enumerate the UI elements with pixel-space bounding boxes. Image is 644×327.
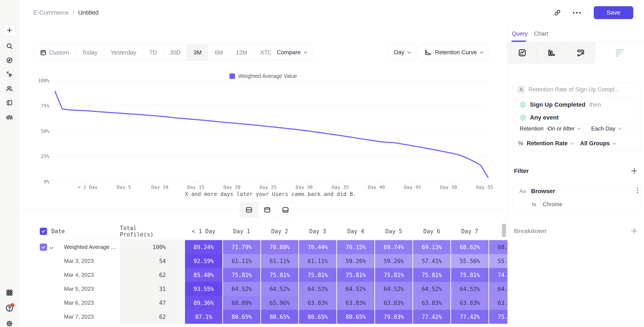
retention-cell[interactable]: 80.65% <box>223 310 260 324</box>
column-header-day-3[interactable]: Day 3 <box>299 223 336 239</box>
retention-cell[interactable]: 70.88% <box>261 240 298 254</box>
range-3m[interactable]: 3M <box>187 45 208 60</box>
tab-query[interactable]: Query <box>512 25 528 42</box>
retention-cell[interactable]: 63.83% <box>337 296 374 310</box>
retention-cell[interactable]: 59.26% <box>337 254 374 268</box>
retention-cell[interactable]: 80.65% <box>337 310 374 324</box>
add-breakdown-button[interactable] <box>631 228 637 234</box>
save-button[interactable]: Save <box>594 6 633 19</box>
retention-cell[interactable]: 68.09% <box>223 296 260 310</box>
tab-chart[interactable]: Chart <box>534 25 548 42</box>
retention-cell[interactable]: 68.62% <box>451 240 488 254</box>
retention-cell[interactable]: 64.52% <box>451 282 488 296</box>
retention-cell[interactable]: 63.83% <box>489 296 508 310</box>
row-label-cell[interactable]: Mar 3, 2023 <box>33 254 119 268</box>
chart-type-bar-tab[interactable] <box>537 42 566 63</box>
groups-dropdown[interactable]: All Groups <box>580 140 610 147</box>
retention-cell[interactable]: 61.11% <box>299 254 336 268</box>
period-dropdown[interactable]: Each Day <box>583 124 629 133</box>
retention-cell[interactable]: 71.79% <box>223 240 260 254</box>
retention-cell[interactable]: 64.52% <box>413 282 450 296</box>
retention-cell[interactable]: 55.56% <box>489 254 508 268</box>
retention-cell[interactable]: 85.48% <box>185 268 222 282</box>
retention-cell[interactable]: 61.11% <box>261 254 298 268</box>
retention-cell[interactable]: 68.11% <box>489 240 508 254</box>
retention-cell[interactable]: 92.59% <box>185 254 222 268</box>
metric-dropdown[interactable]: Retention Rate <box>527 140 568 147</box>
retention-cell[interactable]: 63.83% <box>451 296 488 310</box>
reports-nav-button[interactable] <box>5 98 14 107</box>
retention-cell[interactable]: 70.44% <box>299 240 336 254</box>
users-nav-button[interactable] <box>5 84 14 93</box>
column-header-day-4[interactable]: Day 4 <box>337 223 374 239</box>
table-scrollbar-thumb[interactable] <box>502 224 506 237</box>
apps-nav-button[interactable] <box>5 288 14 297</box>
event-row-1[interactable]: Sign Up Completed then <box>520 101 601 108</box>
retention-cell[interactable]: 80.65% <box>261 310 298 324</box>
retention-cell[interactable]: 77.42% <box>451 310 488 324</box>
retention-cell[interactable]: 61.11% <box>223 254 260 268</box>
retention-cell[interactable]: 75.81% <box>223 268 260 282</box>
range-custom[interactable]: Custom <box>34 45 76 60</box>
add-filter-button[interactable] <box>631 168 637 174</box>
expand-chevron-icon[interactable] <box>50 245 53 249</box>
cohorts-nav-button[interactable] <box>5 113 14 122</box>
more-options-button[interactable] <box>570 6 583 19</box>
retention-cell[interactable]: 75.81% <box>451 268 488 282</box>
help-button[interactable] <box>5 304 14 313</box>
chart-type-retention-tab[interactable] <box>595 42 644 63</box>
condition-dropdown[interactable]: On or After <box>547 124 581 133</box>
layout-table-only-button[interactable] <box>276 202 294 217</box>
retention-cell[interactable]: 79.03% <box>375 310 412 324</box>
retention-cell[interactable]: 64.52% <box>489 282 508 296</box>
retention-cell[interactable]: 69.74% <box>375 240 412 254</box>
chart-type-flow-tab[interactable] <box>566 42 595 63</box>
row-label-cell[interactable]: Mar 5, 2023 <box>33 282 119 296</box>
retention-cell[interactable]: 74.19% <box>489 268 508 282</box>
query-title[interactable]: Retention Rate of Sign Up Compl... <box>528 86 636 93</box>
column-header-day-6[interactable]: Day 6 <box>413 223 450 239</box>
row-label-cell[interactable]: Mar 7, 2023 <box>33 310 119 324</box>
retention-cell[interactable]: 69.13% <box>413 240 450 254</box>
row-label-cell[interactable]: Mar 6, 2023 <box>33 296 119 310</box>
explore-nav-button[interactable] <box>5 55 14 65</box>
chart-legend[interactable]: Weighted Average Value <box>19 73 508 79</box>
layout-split-button[interactable] <box>240 202 258 217</box>
range-today[interactable]: Today <box>76 45 104 60</box>
retention-cell[interactable]: 77.42% <box>413 310 450 324</box>
retention-cell[interactable]: 75.81% <box>299 268 336 282</box>
retention-cell[interactable]: 93.55% <box>185 282 222 296</box>
retention-cell[interactable]: 64.52% <box>299 282 336 296</box>
retention-cell[interactable]: 89.24% <box>185 240 222 254</box>
retention-cell[interactable]: 75.81% <box>375 268 412 282</box>
retention-cell[interactable]: 64.52% <box>337 282 374 296</box>
retention-cell[interactable]: 75.81% <box>413 268 450 282</box>
column-header-day-7[interactable]: Day 7 <box>451 223 488 239</box>
breadcrumb-workspace[interactable]: E-Commerce <box>33 9 69 16</box>
retention-cell[interactable]: 63.83% <box>375 296 412 310</box>
select-all-checkbox[interactable] <box>40 228 47 235</box>
retention-cell[interactable]: 55.56% <box>451 254 488 268</box>
range-30d[interactable]: 30D <box>163 45 187 60</box>
retention-cell[interactable]: 70.15% <box>337 240 374 254</box>
retention-cell[interactable]: 64.52% <box>223 282 260 296</box>
filter-menu-button[interactable] <box>634 188 640 193</box>
retention-cell[interactable]: 65.96% <box>261 296 298 310</box>
range-12m[interactable]: 12M <box>229 45 254 60</box>
chart-type-insights-tab[interactable] <box>508 42 537 63</box>
column-header-total-profile-s-[interactable]: Total Profile(s) <box>120 223 184 239</box>
layout-chart-only-button[interactable] <box>258 202 276 217</box>
retention-cell[interactable]: 89.36% <box>185 296 222 310</box>
row-label-cell[interactable]: Weighted Average ... <box>33 240 119 254</box>
retention-cell[interactable]: 64.52% <box>261 282 298 296</box>
settings-button[interactable] <box>5 319 14 327</box>
column-header-date[interactable]: Date <box>33 223 119 239</box>
compare-button[interactable]: Compare <box>271 45 313 60</box>
retention-cell[interactable]: 87.1% <box>185 310 222 324</box>
filter-value[interactable]: Chrome <box>542 201 562 208</box>
granularity-dropdown[interactable]: Day <box>388 45 416 60</box>
retention-cell[interactable]: 75.81% <box>261 268 298 282</box>
retention-cell[interactable]: 57.41% <box>413 254 450 268</box>
column-header--1-day[interactable]: < 1 Day <box>185 223 222 239</box>
filter-property[interactable]: Browser <box>531 188 555 195</box>
